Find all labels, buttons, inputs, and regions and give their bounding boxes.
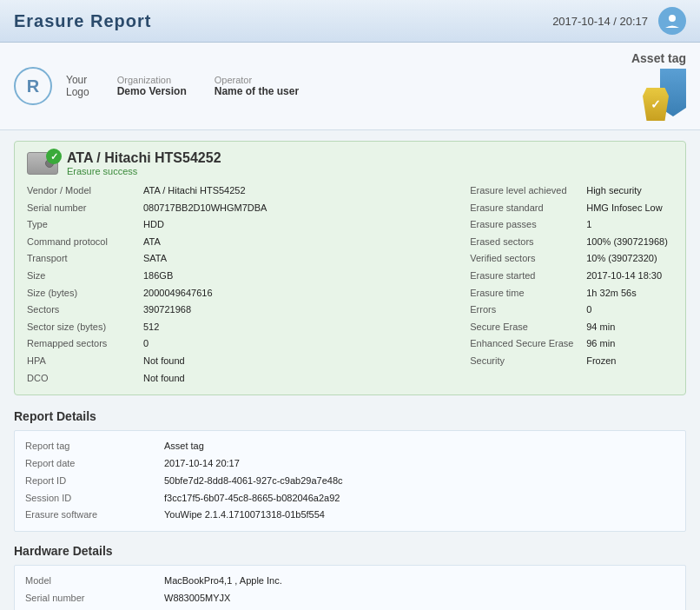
sectors-label: Sectors — [27, 302, 140, 318]
verified-sectors-label: Verified sectors — [470, 251, 583, 267]
organization-section: Organization Demo Version — [117, 75, 187, 97]
report-row-value: f3cc17f5-6b07-45c8-8665-b082046a2a92 — [164, 490, 340, 507]
security-row: Security Frozen — [470, 354, 673, 369]
command-value: ATA — [143, 235, 161, 250]
serial-value: 080717BB2D10WHGM7DBA — [143, 201, 267, 216]
logo-letter: R — [27, 76, 39, 96]
report-detail-row: Session IDf3cc17f5-6b07-45c8-8665-b08204… — [25, 490, 675, 507]
asset-tag-label: Asset tag — [631, 51, 686, 65]
secure-erase-row: Secure Erase 94 min — [470, 320, 673, 335]
checkmark-icon: ✓ — [650, 97, 661, 111]
report-details-section: Report Details Report tagAsset tagReport… — [14, 409, 686, 532]
organization-value: Demo Version — [117, 85, 187, 97]
drive-title: ATA / Hitachi HTS54252 — [67, 150, 221, 166]
asset-tag-block: Asset tag ✓ — [631, 51, 686, 121]
erasure-standard-label: Erasure standard — [470, 201, 583, 216]
success-badge: ✓ — [46, 149, 62, 164]
detail-spacer — [267, 183, 284, 386]
hpa-row: HPA Not found — [27, 354, 267, 369]
remapped-label: Remapped sectors — [27, 336, 140, 352]
hardware-details-title: Hardware Details — [14, 544, 686, 560]
hardware-row-value: MacBookPro4,1 , Apple Inc. — [164, 573, 282, 590]
dco-label: DCO — [27, 371, 140, 387]
type-value: HDD — [143, 217, 164, 233]
drive-section: ✓ ATA / Hitachi HTS54252 Erasure success… — [14, 141, 686, 395]
report-detail-row: Report tagAsset tag — [25, 438, 675, 455]
erasure-time-label: Erasure time — [470, 286, 583, 302]
erased-sectors-value: 100% (390721968) — [586, 235, 668, 250]
type-row: Type HDD — [27, 217, 267, 233]
erased-sectors-row: Erased sectors 100% (390721968) — [470, 235, 673, 250]
vendor-value: ATA / Hitachi HTS54252 — [143, 183, 246, 199]
logo-circle: R — [14, 67, 52, 105]
header: Erasure Report 2017-10-14 / 20:17 — [0, 0, 700, 43]
hardware-detail-row: ModelMacBookPro4,1 , Apple Inc. — [25, 573, 675, 590]
transport-value: SATA — [143, 251, 167, 267]
command-label: Command protocol — [27, 235, 140, 250]
verified-sectors-value: 10% (39072320) — [586, 251, 657, 267]
drive-header: ✓ ATA / Hitachi HTS54252 Erasure success — [27, 150, 673, 176]
erasure-started-value: 2017-10-14 18:30 — [586, 269, 662, 284]
drive-detail-left: Vendor / Model ATA / Hitachi HTS54252 Se… — [27, 183, 267, 386]
enhanced-label: Enhanced Secure Erase — [470, 336, 583, 352]
erasure-started-row: Erasure started 2017-10-14 18:30 — [470, 269, 673, 284]
errors-row: Errors 0 — [470, 302, 673, 318]
report-detail-row: Report date2017-10-14 20:17 — [25, 455, 675, 473]
dco-value: Not found — [143, 371, 185, 387]
errors-value: 0 — [586, 302, 591, 318]
serial-label: Serial number — [27, 201, 140, 216]
erased-sectors-label: Erased sectors — [470, 235, 583, 250]
erasure-passes-row: Erasure passes 1 — [470, 217, 673, 233]
report-detail-row: Erasure softwareYouWipe 2.1.4.1710071318… — [25, 507, 675, 524]
erasure-level-value: High security — [586, 183, 642, 199]
report-row-value: Asset tag — [164, 438, 204, 455]
drive-icon-wrapper: ✓ — [27, 152, 58, 175]
sectors-value: 390721968 — [143, 302, 191, 318]
vendor-label: Vendor / Model — [27, 183, 140, 199]
logo-text: Your Logo — [66, 74, 89, 98]
dco-row: DCO Not found — [27, 371, 267, 387]
erasure-time-value: 1h 32m 56s — [586, 286, 636, 302]
info-bar-left: R Your Logo Organization Demo Version Op… — [14, 67, 299, 105]
secure-erase-value: 94 min — [586, 320, 615, 335]
hardware-details-content: ModelMacBookPro4,1 , Apple Inc.Serial nu… — [14, 565, 686, 610]
sectors-row: Sectors 390721968 — [27, 302, 267, 318]
info-bar: R Your Logo Organization Demo Version Op… — [0, 43, 700, 130]
verified-sectors-row: Verified sectors 10% (39072320) — [470, 251, 673, 267]
report-row-value: 50bfe7d2-8dd8-4061-927c-c9ab29a7e48c — [164, 473, 343, 490]
sector-size-label: Sector size (bytes) — [27, 320, 140, 335]
hardware-row-value: W883005MYJX — [164, 590, 230, 607]
ribbon-decoration: ✓ — [643, 69, 686, 121]
hardware-detail-row: Serial numberW883005MYJX — [25, 590, 675, 607]
hpa-label: HPA — [27, 354, 140, 369]
erasure-passes-label: Erasure passes — [470, 217, 583, 233]
report-row-label: Report date — [25, 455, 164, 473]
enhanced-value: 96 min — [586, 336, 615, 352]
report-details-title: Report Details — [14, 409, 686, 425]
remapped-row: Remapped sectors 0 — [27, 336, 267, 352]
report-row-value: YouWipe 2.1.4.1710071318-01b5f554 — [164, 507, 325, 524]
serial-row: Serial number 080717BB2D10WHGM7DBA — [27, 201, 267, 216]
app-title: Erasure Report — [14, 11, 152, 31]
transport-row: Transport SATA — [27, 251, 267, 267]
erasure-started-label: Erasure started — [470, 269, 583, 284]
your-logo-value: Logo — [66, 86, 89, 98]
secure-erase-label: Secure Erase — [470, 320, 583, 335]
sector-size-value: 512 — [143, 320, 159, 335]
report-details-content: Report tagAsset tagReport date2017-10-14… — [14, 430, 686, 532]
errors-label: Errors — [470, 302, 583, 318]
size-bytes-row: Size (bytes) 2000049647616 — [27, 286, 267, 302]
security-value: Frozen — [586, 354, 616, 369]
report-row-label: Report ID — [25, 473, 164, 490]
header-user-icon — [658, 7, 686, 35]
sector-size-row: Sector size (bytes) 512 — [27, 320, 267, 335]
drive-detail-right: Erasure level achieved High security Era… — [470, 183, 673, 386]
header-right: 2017-10-14 / 20:17 — [552, 7, 686, 35]
vendor-row: Vendor / Model ATA / Hitachi HTS54252 — [27, 183, 267, 199]
erasure-time-row: Erasure time 1h 32m 56s — [470, 286, 673, 302]
report-detail-row: Report ID50bfe7d2-8dd8-4061-927c-c9ab29a… — [25, 473, 675, 490]
erasure-passes-value: 1 — [586, 217, 591, 233]
operator-label: Operator — [215, 75, 299, 85]
size-value: 186GB — [143, 269, 173, 284]
erasure-level-row: Erasure level achieved High security — [470, 183, 673, 199]
